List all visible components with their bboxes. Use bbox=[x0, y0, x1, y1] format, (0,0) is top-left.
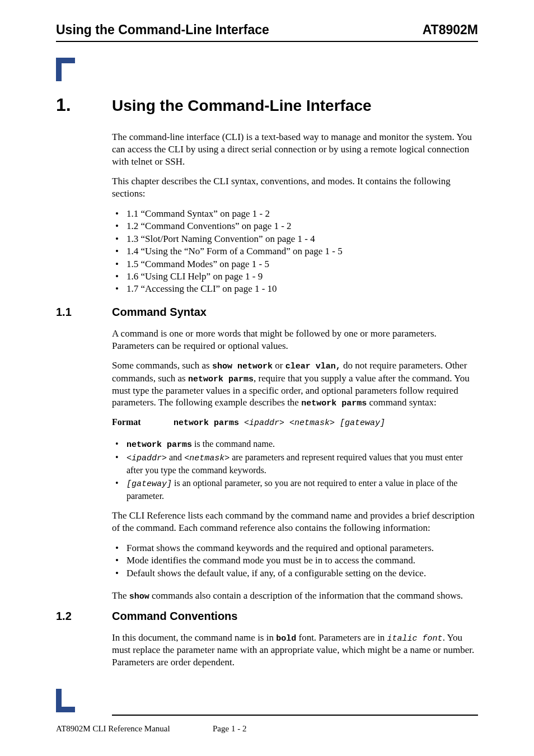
toc-item: 1.5 “Command Modes” on page 1 - 5 bbox=[112, 258, 478, 270]
section-title: Command Syntax bbox=[112, 306, 207, 319]
svg-rect-1 bbox=[56, 63, 62, 81]
svg-rect-2 bbox=[56, 689, 62, 707]
toc-list: 1.1 “Command Syntax” on page 1 - 2 1.2 “… bbox=[112, 208, 478, 296]
section-title: Command Conventions bbox=[112, 610, 237, 623]
toc-item: 1.3 “Slot/Port Naming Convention” on pag… bbox=[112, 233, 478, 245]
list-item: Default shows the default value, if any,… bbox=[112, 567, 478, 580]
chapter-title: Using the Command-Line Interface bbox=[112, 97, 372, 115]
list-item: <ipaddr> and <netmask> are parameters an… bbox=[112, 451, 478, 476]
toc-item: 1.2 “Command Conventions” on page 1 - 2 bbox=[112, 220, 478, 232]
footer-left: AT8902M CLI Reference Manual bbox=[56, 724, 213, 734]
format-label: Format bbox=[112, 417, 174, 428]
s11-bullets-1: network parms is the command name. <ipad… bbox=[112, 438, 478, 502]
list-item: [gateway] is an optional parameter, so y… bbox=[112, 477, 478, 502]
list-item: Mode identifies the command mode you mus… bbox=[112, 554, 478, 567]
s11-para-3: The CLI Reference lists each command by … bbox=[112, 510, 478, 534]
toc-item: 1.6 “Using CLI Help” on page 1 - 9 bbox=[112, 270, 478, 283]
section-1-2-heading: 1.2 Command Conventions bbox=[56, 610, 478, 623]
header-right: AT8902M bbox=[423, 22, 478, 38]
intro-para-2: This chapter describes the CLI syntax, c… bbox=[112, 175, 478, 200]
page-header: Using the Command-Line Interface AT8902M bbox=[56, 22, 478, 41]
svg-rect-0 bbox=[56, 58, 75, 63]
s12-para-1: In this document, the command name is in… bbox=[112, 632, 478, 669]
svg-rect-3 bbox=[56, 707, 75, 712]
page-footer: AT8902M CLI Reference Manual Page 1 - 2 bbox=[56, 724, 478, 734]
header-left: Using the Command-Line Interface bbox=[56, 22, 269, 38]
header-rule bbox=[56, 41, 478, 42]
list-item: network parms is the command name. bbox=[112, 438, 478, 451]
toc-item: 1.1 “Command Syntax” on page 1 - 2 bbox=[112, 208, 478, 220]
s11-para-4: The show commands also contain a descrip… bbox=[112, 590, 478, 602]
logo-bottom bbox=[56, 689, 86, 715]
s11-para-1: A command is one or more words that migh… bbox=[112, 328, 478, 352]
s11-bullets-2: Format shows the command keywords and th… bbox=[112, 542, 478, 580]
footer-page-number: Page 1 - 2 bbox=[213, 724, 246, 734]
toc-item: 1.7 “Accessing the CLI” on page 1 - 10 bbox=[112, 283, 478, 295]
section-number: 1.1 bbox=[56, 306, 112, 319]
intro-para-1: The command-line interface (CLI) is a te… bbox=[112, 131, 478, 167]
section-1-1-heading: 1.1 Command Syntax bbox=[56, 306, 478, 319]
format-value: network parms <ipaddr> <netmask> [gatewa… bbox=[174, 417, 385, 428]
s11-para-2: Some commands, such as show network or c… bbox=[112, 360, 478, 409]
list-item: Format shows the command keywords and th… bbox=[112, 542, 478, 554]
format-row: Format network parms <ipaddr> <netmask> … bbox=[112, 417, 478, 428]
section-number: 1.2 bbox=[56, 610, 112, 623]
chapter-number: 1. bbox=[56, 95, 112, 115]
chapter-heading: 1. Using the Command-Line Interface bbox=[56, 95, 478, 115]
toc-item: 1.4 “Using the “No” Form of a Command” o… bbox=[112, 245, 478, 258]
footer-rule bbox=[112, 715, 478, 716]
logo-top bbox=[56, 58, 478, 81]
